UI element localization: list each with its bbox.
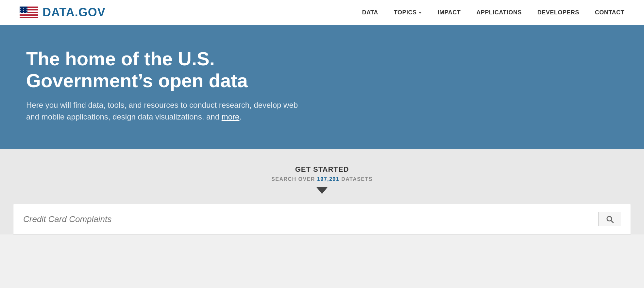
logo-area[interactable]: ★ ★ ★★ ★ ★★ ★ ★ DATA.GOV <box>20 6 106 19</box>
search-bar-container <box>13 204 631 234</box>
datasets-count-line: SEARCH OVER 197,291 DATASETS <box>271 176 373 182</box>
hero-title: The home of the U.S. Government’s open d… <box>26 48 320 91</box>
get-started-section: GET STARTED SEARCH OVER 197,291 DATASETS <box>0 149 644 234</box>
search-prefix-text: SEARCH OVER <box>271 176 317 182</box>
hero-section: The home of the U.S. Government’s open d… <box>0 25 644 149</box>
down-arrow-icon <box>316 187 328 194</box>
nav-item-data[interactable]: DATA <box>362 9 378 16</box>
hero-subtitle-suffix: . <box>239 112 242 121</box>
nav-item-impact[interactable]: IMPACT <box>437 9 461 16</box>
nav-item-contact[interactable]: CONTACT <box>595 9 624 16</box>
search-icon <box>605 215 614 224</box>
topics-dropdown-arrow <box>418 12 422 14</box>
search-button[interactable] <box>598 212 621 226</box>
nav-item-topics[interactable]: TOPICS <box>394 9 422 16</box>
site-header: ★ ★ ★★ ★ ★★ ★ ★ DATA.GOV DATA TOPICS IMP… <box>0 0 644 25</box>
hero-subtitle-text: Here you will find data, tools, and reso… <box>26 101 298 121</box>
main-navigation: DATA TOPICS IMPACT APPLICATIONS DEVELOPE… <box>362 9 624 16</box>
datasets-count[interactable]: 197,291 <box>317 176 339 182</box>
search-input[interactable] <box>23 214 598 224</box>
nav-item-developers[interactable]: DEVELOPERS <box>537 9 579 16</box>
search-suffix-text: DATASETS <box>339 176 373 182</box>
get-started-label: GET STARTED <box>295 165 349 174</box>
site-logo[interactable]: DATA.GOV <box>42 6 106 19</box>
hero-more-link[interactable]: more <box>222 112 240 121</box>
flag-icon: ★ ★ ★★ ★ ★★ ★ ★ <box>20 7 38 18</box>
nav-item-applications[interactable]: APPLICATIONS <box>476 9 522 16</box>
hero-subtitle: Here you will find data, tools, and reso… <box>26 99 307 123</box>
